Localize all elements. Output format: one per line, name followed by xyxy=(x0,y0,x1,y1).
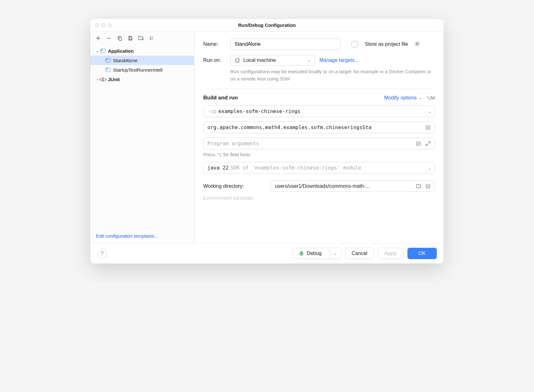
jre-select[interactable]: java 22 SDK of 'examples-sofm-chinese-ri… xyxy=(203,162,435,174)
store-as-project-file-label: Store as project file xyxy=(365,41,408,47)
main-class-field[interactable]: org.apache.commons.math4.examples.sofm.c… xyxy=(203,122,435,133)
remove-config-button[interactable] xyxy=(106,35,112,41)
tree-item-label: StandAlone xyxy=(113,58,138,63)
store-as-project-file-checkbox[interactable] xyxy=(352,41,358,47)
name-label: Name: xyxy=(203,41,226,47)
env-variables-label: Environment variables: xyxy=(203,196,266,200)
tree-node-junit[interactable]: › ◁▷ JUnit xyxy=(90,74,194,84)
debug-dropdown-button[interactable]: ⌄ xyxy=(330,249,341,258)
sidebar-toolbar: az xyxy=(90,32,194,45)
env-variables-field[interactable] xyxy=(271,196,435,200)
list-browse-icon[interactable] xyxy=(425,183,431,189)
apply-button[interactable]: Apply xyxy=(378,248,404,259)
tree-node-label: Application xyxy=(108,48,134,54)
chevron-down-icon: ⌄ xyxy=(429,166,431,170)
run-on-hint: Run configurations may be executed local… xyxy=(230,68,435,82)
build-and-run-heading: Build and run xyxy=(203,95,238,101)
expand-icon[interactable] xyxy=(425,141,431,146)
working-directory-label: Working directory: xyxy=(203,183,266,189)
working-directory-value: users/user1/Downloads/commons-math-... xyxy=(275,183,414,189)
add-config-button[interactable] xyxy=(95,35,101,41)
store-settings-gear-icon[interactable] xyxy=(414,41,421,47)
program-args-hint: Press ⌥ for field hints xyxy=(203,152,435,157)
cancel-button[interactable]: Cancel xyxy=(345,248,374,259)
tree-item-startup-test-runner[interactable]: StartupTestRunnerIntell xyxy=(90,65,194,74)
svg-rect-2 xyxy=(129,39,131,40)
application-type-icon xyxy=(100,49,106,53)
chevron-down-icon: ⌄ xyxy=(419,96,422,100)
chevron-down-icon: ⌄ xyxy=(308,58,311,62)
debug-label: Debug xyxy=(307,251,322,256)
config-tree: ⌄ Application StandAlone StartupTestRunn… xyxy=(90,45,194,229)
run-on-label: Run on: xyxy=(203,57,226,63)
apply-label: Apply xyxy=(384,251,397,256)
jre-suffix: SDK of 'examples-sofm-chinese-rings' mod… xyxy=(230,165,361,171)
cp-prefix: -cp xyxy=(207,108,217,114)
dialog-title: Run/Debug Configuration xyxy=(238,22,296,28)
svg-rect-3 xyxy=(129,36,131,37)
list-browse-icon[interactable] xyxy=(416,141,421,146)
list-browse-icon[interactable] xyxy=(425,125,431,130)
chevron-down-icon: ⌄ xyxy=(95,49,100,53)
svg-point-6 xyxy=(416,43,418,45)
cp-value: examples-sofm-chinese-rings xyxy=(218,108,300,114)
tree-node-label: JUnit xyxy=(108,77,120,82)
application-config-icon xyxy=(105,58,111,62)
copy-config-button[interactable] xyxy=(117,35,122,41)
config-form: Name: Store as project file Run on: Loca… xyxy=(194,32,444,243)
svg-text:a: a xyxy=(152,36,153,38)
manage-targets-link[interactable]: Manage targets... xyxy=(319,57,359,63)
edit-templates-link[interactable]: Edit configuration templates... xyxy=(90,229,194,243)
svg-text:z: z xyxy=(152,38,153,40)
run-debug-config-dialog: Run/Debug Configuration xyxy=(90,19,444,264)
cancel-label: Cancel xyxy=(352,251,367,256)
folder-browse-icon[interactable] xyxy=(416,183,421,189)
home-icon xyxy=(234,57,240,63)
tree-item-standalone[interactable]: StandAlone xyxy=(90,56,194,65)
new-folder-button[interactable] xyxy=(138,35,144,41)
ok-label: OK xyxy=(418,251,426,256)
section-divider xyxy=(203,89,435,89)
minimize-window-button[interactable] xyxy=(102,23,105,27)
debug-split-button[interactable]: Debug ⌄ xyxy=(293,248,341,259)
close-window-button[interactable] xyxy=(95,23,99,27)
tree-item-label: StartupTestRunnerIntell xyxy=(113,67,163,73)
window-controls xyxy=(95,23,112,27)
titlebar: Run/Debug Configuration xyxy=(90,19,444,32)
modify-options-shortcut: ⌥M xyxy=(426,95,435,101)
application-config-icon xyxy=(105,68,111,72)
debug-button[interactable]: Debug xyxy=(293,248,327,259)
run-on-select[interactable]: Local machine ⌄ xyxy=(230,55,315,66)
program-args-placeholder: Program arguments xyxy=(207,140,414,146)
modify-options-button[interactable]: Modify options ⌄ xyxy=(384,95,422,101)
svg-rect-1 xyxy=(119,37,122,40)
name-input[interactable] xyxy=(230,39,341,50)
sort-configs-button[interactable]: az xyxy=(149,35,155,41)
jre-prefix: java 22 xyxy=(207,165,228,171)
junit-type-icon: ◁▷ xyxy=(100,76,106,82)
run-on-value: Local machine xyxy=(243,57,276,63)
chevron-down-icon: ⌄ xyxy=(429,109,431,114)
modify-options-label: Modify options xyxy=(384,95,417,101)
bug-icon xyxy=(299,251,304,256)
zoom-window-button[interactable] xyxy=(108,23,112,27)
working-directory-field[interactable]: users/user1/Downloads/commons-math-... xyxy=(271,181,435,192)
help-button[interactable]: ? xyxy=(97,249,107,258)
save-config-button[interactable] xyxy=(128,35,133,41)
tree-node-application[interactable]: ⌄ Application xyxy=(90,46,194,56)
dialog-footer: ? Debug ⌄ Cancel Apply OK xyxy=(90,243,444,264)
program-arguments-field[interactable]: Program arguments xyxy=(203,138,435,149)
main-class-value: org.apache.commons.math4.examples.sofm.c… xyxy=(207,124,423,130)
ok-button[interactable]: OK xyxy=(407,248,437,259)
configurations-sidebar: az ⌄ Application StandAlone StartupTestR… xyxy=(90,32,194,243)
classpath-module-select[interactable]: -cp examples-sofm-chinese-rings ⌄ xyxy=(203,105,435,117)
